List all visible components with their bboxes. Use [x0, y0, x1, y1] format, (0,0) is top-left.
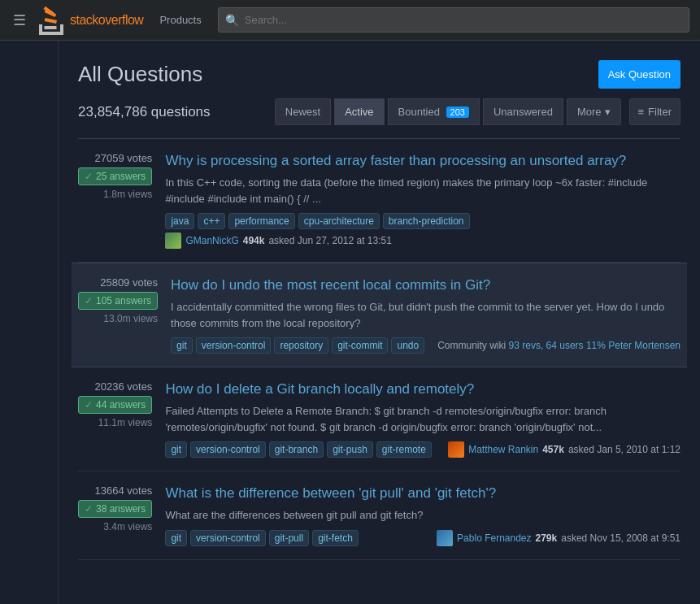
tag[interactable]: c++: [198, 213, 225, 229]
user-info: GManNickG 494k asked Jun 27, 2012 at 13:…: [165, 232, 392, 249]
question-title[interactable]: What is the difference between 'git pull…: [165, 485, 680, 502]
vote-count: 13664 votes: [95, 485, 153, 497]
check-icon: ✓: [85, 295, 93, 306]
tag[interactable]: git: [165, 441, 187, 458]
tags: gitversion-controlgit-branchgit-pushgit-…: [165, 441, 432, 458]
question-title[interactable]: How do I delete a Git branch locally and…: [165, 380, 680, 398]
question-excerpt: I accidentally committed the wrong files…: [171, 299, 680, 331]
answer-count: 25 answers: [96, 171, 146, 182]
question-title[interactable]: How do I undo the most recent local comm…: [171, 276, 680, 294]
avatar: [448, 441, 464, 458]
tag[interactable]: git-remote: [376, 441, 432, 458]
filter-button[interactable]: ≡ Filter: [629, 98, 680, 125]
vote-count: 25809 votes: [100, 276, 158, 289]
question-item: 20236 votes ✓ 44 answers 11.1m views How…: [78, 367, 680, 471]
tag[interactable]: git-fetch: [312, 530, 359, 546]
answer-badge: ✓ 105 answers: [78, 292, 158, 310]
tags-meta: gitversion-controlgit-branchgit-pushgit-…: [165, 441, 680, 458]
questions-list: 27059 votes ✓ 25 answers 1.8m views Why …: [78, 138, 680, 560]
tag[interactable]: undo: [391, 337, 424, 354]
sidebar: [0, 41, 59, 604]
asked-meta: asked Nov 15, 2008 at 9:51: [561, 532, 680, 544]
products-nav[interactable]: Products: [153, 11, 207, 29]
answer-count: 105 answers: [96, 295, 151, 306]
tag[interactable]: git: [171, 337, 193, 354]
question-body: Why is processing a sorted array faster …: [165, 152, 680, 249]
question-body: What is the difference between 'git pull…: [165, 485, 680, 546]
tag[interactable]: git-pull: [269, 530, 309, 546]
view-count: 11.1m views: [98, 417, 153, 428]
tags: gitversion-controlrepositorygit-commitun…: [171, 337, 424, 354]
page-title: All Questions: [78, 62, 202, 87]
avatar: [437, 530, 453, 546]
tags-meta: javac++performancecpu-architecturebranch…: [165, 213, 680, 249]
user-link[interactable]: Matthew Rankin: [468, 444, 538, 455]
user-rep: 457k: [542, 444, 564, 455]
question-body: How do I undo the most recent local comm…: [171, 276, 680, 354]
tags: javac++performancecpu-architecturebranch…: [165, 213, 469, 229]
page-wrapper: All Questions Ask Question 23,854,786 qu…: [0, 41, 700, 604]
asked-meta: asked Jan 5, 2010 at 1:12: [568, 444, 680, 455]
tags-meta: gitversion-controlgit-pullgit-fetch Pabl…: [165, 530, 680, 546]
question-item: 25809 votes ✓ 105 answers 13.0m views Ho…: [72, 263, 687, 367]
view-count: 3.4m views: [103, 521, 152, 532]
logo[interactable]: stackoverflow: [39, 5, 143, 36]
tag[interactable]: version-control: [196, 337, 272, 354]
filter-icon: ≡: [638, 106, 645, 118]
answer-badge: ✓ 44 answers: [78, 396, 152, 414]
tag[interactable]: cpu-architecture: [298, 213, 380, 229]
tab-active[interactable]: Active: [334, 98, 384, 125]
tag[interactable]: git-push: [327, 441, 373, 458]
user-rep: 494k: [243, 235, 265, 246]
question-stats: 27059 votes ✓ 25 answers 1.8m views: [78, 152, 152, 249]
user-link[interactable]: Pablo Fernandez: [457, 532, 531, 544]
question-count: 23,854,786 questions: [78, 104, 211, 120]
tab-bountied[interactable]: Bountied 203: [388, 98, 480, 125]
user-rep: 279k: [536, 532, 558, 544]
question-excerpt: Failed Attempts to Delete a Remote Branc…: [165, 403, 680, 435]
search-input[interactable]: [218, 7, 689, 33]
tab-unanswered[interactable]: Unanswered: [483, 98, 563, 125]
tag[interactable]: java: [165, 213, 194, 229]
tag[interactable]: performance: [228, 213, 294, 229]
question-title[interactable]: Why is processing a sorted array faster …: [165, 152, 680, 170]
answer-count: 38 answers: [96, 503, 146, 515]
question-item: 27059 votes ✓ 25 answers 1.8m views Why …: [78, 139, 680, 263]
page-header: All Questions Ask Question: [78, 60, 680, 89]
community-wiki: Community wiki 93 revs, 64 users 11% Pet…: [437, 340, 680, 351]
tag[interactable]: version-control: [190, 441, 266, 458]
tag[interactable]: git-branch: [269, 441, 324, 458]
bountied-count-badge: 203: [446, 106, 469, 118]
user-info: Pablo Fernandez 279k asked Nov 15, 2008 …: [437, 530, 680, 546]
question-stats: 25809 votes ✓ 105 answers 13.0m views: [78, 276, 158, 354]
search-bar: 🔍: [218, 7, 689, 33]
tag[interactable]: repository: [274, 337, 328, 354]
vote-count: 27059 votes: [95, 152, 153, 164]
tab-newest[interactable]: Newest: [275, 98, 331, 125]
user-link[interactable]: GManNickG: [185, 235, 238, 246]
ask-question-button[interactable]: Ask Question: [598, 60, 680, 89]
user-info: Matthew Rankin 457k asked Jan 5, 2010 at…: [448, 441, 680, 458]
view-count: 13.0m views: [103, 313, 158, 324]
tag[interactable]: branch-prediction: [383, 213, 470, 229]
logo-text: stackoverflow: [70, 13, 143, 28]
header: ☰ stackoverflow Products 🔍: [0, 0, 700, 41]
tab-more[interactable]: More ▾: [567, 98, 621, 125]
menu-icon[interactable]: ☰: [10, 8, 29, 33]
answer-badge: ✓ 25 answers: [78, 167, 152, 185]
tag[interactable]: version-control: [190, 530, 266, 546]
tag[interactable]: git-commit: [332, 337, 388, 354]
asked-meta: asked Jun 27, 2012 at 13:51: [268, 235, 391, 246]
answer-count: 44 answers: [96, 399, 146, 411]
answer-badge: ✓ 38 answers: [78, 500, 152, 518]
check-icon: ✓: [85, 171, 93, 182]
question-excerpt: In this C++ code, sorting the data (befo…: [165, 175, 680, 206]
search-icon: 🔍: [225, 14, 239, 27]
question-item: 13664 votes ✓ 38 answers 3.4m views What…: [78, 471, 680, 560]
question-stats: 13664 votes ✓ 38 answers 3.4m views: [78, 485, 152, 546]
vote-count: 20236 votes: [95, 380, 153, 393]
tags-meta: gitversion-controlrepositorygit-commitun…: [171, 337, 680, 354]
question-body: How do I delete a Git branch locally and…: [165, 380, 680, 458]
tag[interactable]: git: [165, 530, 187, 546]
tags: gitversion-controlgit-pullgit-fetch: [165, 530, 358, 546]
